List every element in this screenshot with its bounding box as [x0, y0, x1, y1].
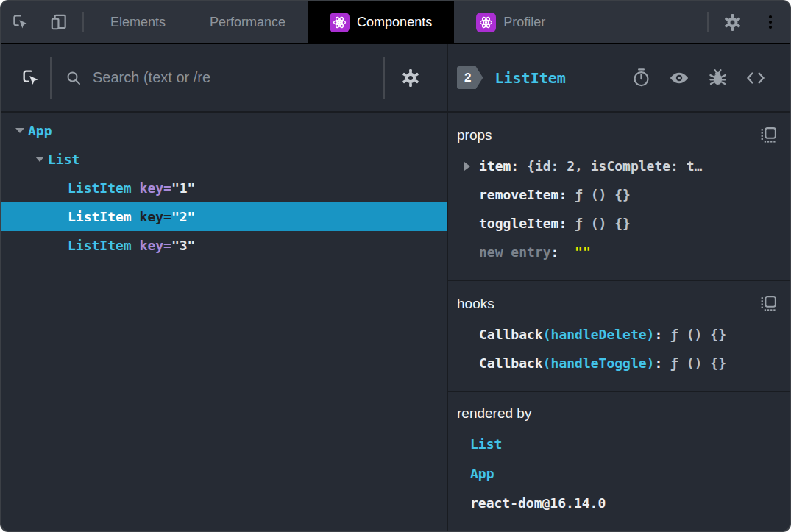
tab-label: Performance — [210, 15, 285, 30]
selected-component-title: ListItem — [494, 69, 622, 87]
divider — [82, 12, 84, 32]
copy-to-clipboard-icon[interactable] — [759, 294, 778, 313]
react-logo-icon — [476, 13, 496, 32]
kv-row[interactable]: removeItem: ƒ () {} — [448, 180, 790, 209]
key-attribute: key= — [140, 180, 171, 196]
react-logo-icon — [330, 13, 350, 32]
search-icon — [65, 69, 82, 87]
caret-down-icon[interactable] — [35, 157, 44, 162]
inspect-element-icon[interactable] — [1, 1, 40, 43]
kv-row[interactable]: Callback(handleToggle): ƒ () {} — [448, 349, 790, 377]
section-title: rendered by — [457, 405, 778, 422]
expand-arrow-icon[interactable] — [464, 162, 470, 171]
component-name: List — [48, 152, 79, 167]
react-devtools-window: ElementsPerformance Components Profiler — [0, 0, 791, 532]
kv-row[interactable]: Callback(handleDelete): ƒ () {} — [448, 320, 790, 349]
tab-label: Profiler — [503, 15, 545, 30]
section-hooks: hooks Callback(handleDelete): ƒ () {}Cal… — [448, 281, 790, 392]
devtools-tab-bar: ElementsPerformance Components Profiler — [1, 1, 790, 44]
tab-label: Elements — [110, 15, 166, 30]
search-input[interactable] — [93, 69, 383, 86]
component-name: ListItem — [68, 209, 132, 224]
section-rendered-by: rendered byListAppreact-dom@16.14.0 — [448, 392, 790, 531]
copy-to-clipboard-icon[interactable] — [759, 126, 778, 144]
tree-toolbar — [1, 44, 447, 113]
key-attribute: key= — [140, 209, 171, 224]
eye-icon[interactable] — [660, 68, 698, 88]
tab-components[interactable]: Components — [308, 1, 454, 43]
toggle-device-toolbar-icon[interactable] — [40, 1, 78, 43]
tab-profiler[interactable]: Profiler — [454, 1, 567, 43]
tree-row-list[interactable]: List — [1, 145, 447, 174]
owner-link[interactable]: List — [448, 429, 790, 458]
kv-row[interactable]: new entry: "" — [448, 238, 790, 266]
tree-row-listitem-3[interactable]: ListItem key="3" — [1, 231, 447, 260]
component-name: ListItem — [68, 238, 132, 253]
divider — [707, 12, 709, 32]
tab-elements[interactable]: Elements — [88, 1, 188, 43]
more-options-icon[interactable] — [751, 1, 790, 43]
caret-down-icon[interactable] — [15, 128, 24, 133]
tree-row-app[interactable]: App — [1, 116, 447, 145]
stopwatch-icon[interactable] — [622, 68, 660, 88]
key-value: "3" — [171, 238, 196, 253]
component-tree: AppListListItem key="1"ListItem key="2"L… — [1, 113, 447, 531]
component-inspector-panel: 2 ListItem — [448, 44, 790, 531]
view-settings-icon[interactable] — [385, 68, 436, 88]
section-title: props — [457, 127, 759, 143]
key-value: "1" — [171, 180, 196, 196]
inspector-sections: props item: {id: 2, isComplete: t…remove… — [448, 113, 790, 531]
tab-strip: ElementsPerformance Components Profiler — [88, 1, 703, 43]
key-value: "2" — [171, 209, 196, 224]
components-tree-panel: AppListListItem key="1"ListItem key="2"L… — [1, 44, 448, 531]
key-attribute: key= — [140, 238, 171, 253]
component-name: App — [28, 123, 52, 138]
component-name: ListItem — [68, 180, 132, 196]
section-props: props item: {id: 2, isComplete: t…remove… — [448, 113, 790, 281]
selection-index-badge: 2 — [457, 66, 483, 89]
select-element-icon[interactable] — [12, 68, 50, 88]
tree-row-listitem-1[interactable]: ListItem key="1" — [1, 174, 447, 202]
owner-link[interactable]: App — [448, 458, 790, 488]
tab-label: Components — [357, 15, 432, 30]
tree-row-listitem-2[interactable]: ListItem key="2" — [1, 202, 447, 231]
renderer-version: react-dom@16.14.0 — [448, 488, 790, 517]
bug-icon[interactable] — [698, 68, 737, 88]
tab-performance[interactable]: Performance — [188, 1, 308, 43]
kv-row[interactable]: toggleItem: ƒ () {} — [448, 209, 790, 238]
settings-icon[interactable] — [713, 1, 751, 43]
inspector-header: 2 ListItem — [448, 44, 790, 113]
kv-row[interactable]: item: {id: 2, isComplete: t… — [448, 152, 790, 180]
section-title: hooks — [457, 296, 759, 312]
view-source-icon[interactable] — [737, 68, 775, 88]
